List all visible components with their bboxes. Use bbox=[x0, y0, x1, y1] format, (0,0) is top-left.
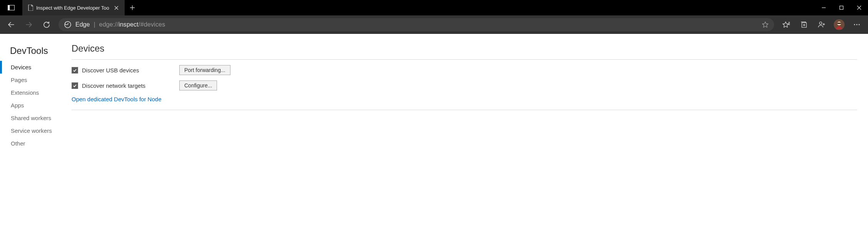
close-icon bbox=[114, 6, 119, 10]
settings-menu-button[interactable] bbox=[849, 18, 865, 32]
svg-rect-2 bbox=[840, 6, 843, 10]
usb-row: Discover USB devices Port forwarding... bbox=[72, 65, 857, 75]
collections-icon bbox=[800, 21, 807, 28]
site-identity-label: Edge bbox=[75, 21, 90, 28]
discover-usb-checkbox[interactable] bbox=[72, 67, 78, 74]
tab-strip: Inspect with Edge Developer Too bbox=[22, 0, 140, 15]
sidebar-item-shared-workers[interactable]: Shared workers bbox=[0, 112, 70, 124]
sidebar-item-label: Service workers bbox=[11, 127, 52, 134]
discover-usb-checkbox-group: Discover USB devices bbox=[72, 67, 179, 74]
sidebar-item-label: Shared workers bbox=[11, 115, 51, 121]
more-icon bbox=[853, 21, 860, 28]
discover-usb-label: Discover USB devices bbox=[82, 67, 139, 74]
profile-menu-button[interactable] bbox=[813, 18, 830, 32]
port-forwarding-button[interactable]: Port forwarding... bbox=[179, 65, 230, 75]
sidebar-item-apps[interactable]: Apps bbox=[0, 99, 70, 112]
tab-actions-icon bbox=[8, 5, 15, 10]
new-tab-button[interactable] bbox=[125, 0, 140, 15]
open-devtools-node-link[interactable]: Open dedicated DevTools for Node bbox=[72, 96, 161, 102]
refresh-icon bbox=[43, 21, 50, 28]
tab-actions-button[interactable] bbox=[0, 0, 22, 15]
sidebar-item-other[interactable]: Other bbox=[0, 137, 70, 150]
minimize-button[interactable] bbox=[815, 0, 833, 15]
avatar-icon bbox=[834, 19, 845, 30]
svg-point-8 bbox=[854, 24, 855, 25]
tab-close-button[interactable] bbox=[112, 3, 121, 12]
browser-toolbar: Edge | edge://inspect/#devices bbox=[0, 15, 868, 34]
forward-arrow-icon bbox=[25, 21, 32, 28]
plus-icon bbox=[130, 5, 135, 10]
address-bar[interactable]: Edge | edge://inspect/#devices bbox=[58, 18, 774, 31]
person-icon bbox=[818, 21, 825, 28]
svg-rect-1 bbox=[8, 5, 10, 10]
sidebar-item-label: Apps bbox=[11, 102, 24, 109]
window-controls bbox=[815, 0, 868, 15]
edge-logo-icon bbox=[64, 21, 72, 28]
discover-network-checkbox-group: Discover network targets bbox=[72, 82, 179, 89]
checkmark-icon bbox=[73, 84, 77, 88]
checkmark-icon bbox=[73, 68, 77, 72]
close-window-button[interactable] bbox=[850, 0, 868, 15]
close-icon bbox=[857, 5, 861, 10]
sidebar-item-devices[interactable]: Devices bbox=[0, 61, 70, 74]
sidebar: DevTools Devices Pages Extensions Apps S… bbox=[0, 42, 70, 241]
main-panel: Devices Discover USB devices Port forwar… bbox=[70, 42, 868, 241]
back-button[interactable] bbox=[3, 18, 19, 32]
sidebar-item-label: Other bbox=[11, 140, 25, 147]
url-text: edge://inspect/#devices bbox=[99, 21, 165, 28]
favorites-button[interactable] bbox=[778, 18, 794, 32]
devices-section: Discover USB devices Port forwarding... … bbox=[72, 59, 857, 110]
back-arrow-icon bbox=[8, 21, 15, 28]
profile-avatar[interactable] bbox=[831, 18, 847, 32]
avatar bbox=[834, 19, 845, 30]
discover-network-label: Discover network targets bbox=[82, 82, 145, 89]
svg-rect-7 bbox=[837, 23, 841, 24]
tab-title: Inspect with Edge Developer Too bbox=[36, 5, 109, 11]
page-content: DevTools Devices Pages Extensions Apps S… bbox=[0, 34, 868, 241]
favorites-icon bbox=[782, 21, 790, 28]
sidebar-item-pages[interactable]: Pages bbox=[0, 74, 70, 86]
sidebar-item-extensions[interactable]: Extensions bbox=[0, 86, 70, 99]
maximize-icon bbox=[839, 5, 844, 10]
svg-point-4 bbox=[820, 22, 822, 24]
favorite-button[interactable] bbox=[762, 21, 769, 28]
active-tab[interactable]: Inspect with Edge Developer Too bbox=[22, 0, 125, 15]
network-row: Discover network targets Configure... bbox=[72, 80, 857, 90]
discover-network-checkbox[interactable] bbox=[72, 82, 78, 89]
maximize-button[interactable] bbox=[833, 0, 850, 15]
sidebar-item-label: Extensions bbox=[11, 89, 39, 96]
sidebar-item-label: Devices bbox=[11, 64, 31, 70]
page-title: Devices bbox=[72, 42, 857, 59]
minimize-icon bbox=[821, 5, 826, 10]
configure-button[interactable]: Configure... bbox=[179, 80, 217, 90]
page-favicon-icon bbox=[28, 5, 33, 11]
refresh-button[interactable] bbox=[38, 18, 55, 32]
svg-point-9 bbox=[856, 24, 858, 25]
sidebar-title: DevTools bbox=[0, 44, 70, 61]
svg-point-10 bbox=[859, 24, 860, 25]
forward-button[interactable] bbox=[21, 18, 37, 32]
titlebar: Inspect with Edge Developer Too bbox=[0, 0, 868, 15]
sidebar-item-service-workers[interactable]: Service workers bbox=[0, 124, 70, 137]
separator: | bbox=[93, 21, 95, 28]
star-icon bbox=[762, 21, 769, 28]
collections-button[interactable] bbox=[796, 18, 812, 32]
sidebar-item-label: Pages bbox=[11, 77, 27, 83]
